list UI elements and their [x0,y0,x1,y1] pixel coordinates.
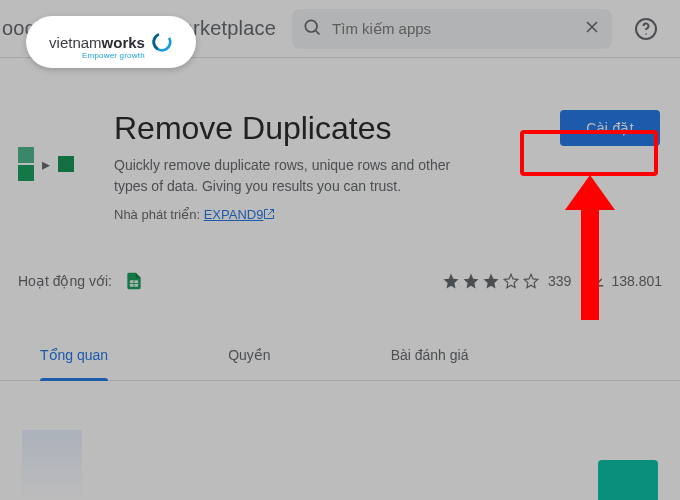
vietnamworks-logo-text: vietnamworks [49,34,145,51]
tab-permissions[interactable]: Quyền [228,347,270,380]
search-box[interactable] [292,9,612,49]
app-title: Remove Duplicates [114,110,532,147]
sheets-icon [124,271,144,291]
preview-thumb-right [598,460,658,500]
download-icon [589,270,607,291]
developer-label: Nhà phát triển: [114,207,200,222]
star-filled-icon [482,272,500,290]
clear-search-button[interactable] [582,17,602,41]
preview-thumb-left [22,430,82,500]
works-with-label: Hoạt động với: [18,273,112,289]
rating-count: 339 [548,273,571,289]
tabs-row: Tổng quan Quyền Bài đánh giá [0,333,680,381]
svg-point-0 [305,20,317,32]
star-rating: 339 [442,272,571,290]
tab-reviews[interactable]: Bài đánh giá [391,347,469,380]
stats-row: Hoạt động với: 339 138.801 [0,270,680,291]
vietnamworks-tagline: Empower growth [82,51,145,60]
external-link-icon [263,208,275,223]
search-input[interactable] [332,20,572,37]
developer-link[interactable]: EXPAND9 [204,207,276,222]
star-empty-icon [522,272,540,290]
download-count: 138.801 [589,270,662,291]
help-button[interactable] [626,9,666,49]
developer-row: Nhà phát triển: EXPAND9 [114,207,532,223]
svg-line-1 [316,30,320,34]
app-hero: ▸ Remove Duplicates Quickly remove dupli… [0,110,680,223]
app-description: Quickly remove duplicate rows, unique ro… [114,155,474,197]
install-button[interactable]: Cài đặt [560,110,660,146]
star-empty-icon [502,272,520,290]
vietnamworks-logo-pill: vietnamworks Empower growth [26,16,196,68]
search-icon [302,17,322,41]
arrow-right-icon: ▸ [42,155,50,174]
star-filled-icon [442,272,460,290]
star-filled-icon [462,272,480,290]
app-icon: ▸ [6,138,86,190]
svg-point-5 [645,33,647,35]
tab-overview[interactable]: Tổng quan [40,347,108,380]
vietnamworks-swirl-icon [151,31,173,53]
preview-row [0,400,680,500]
